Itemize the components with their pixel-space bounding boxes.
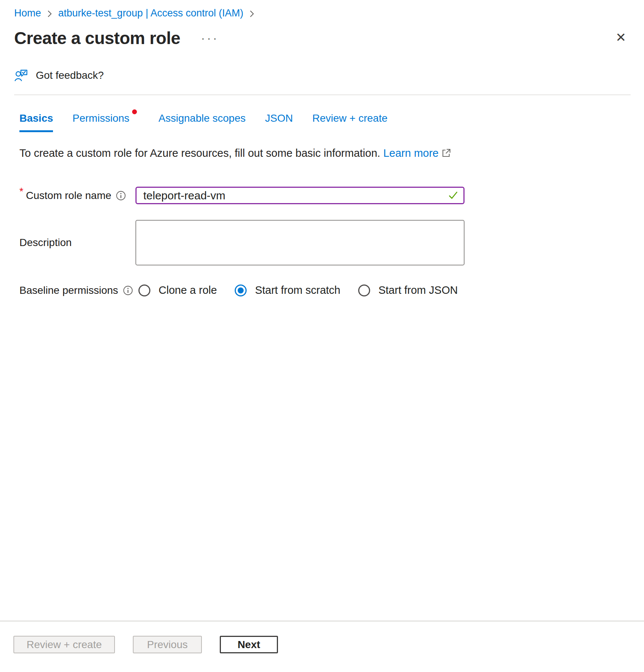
- radio-circle-icon: [358, 284, 370, 296]
- got-feedback-label: Got feedback?: [36, 69, 104, 81]
- breadcrumb-chevron-icon: [249, 9, 254, 18]
- info-icon[interactable]: [116, 190, 126, 201]
- tab-permissions-label: Permissions: [72, 112, 129, 124]
- tab-basics[interactable]: Basics: [19, 112, 53, 132]
- valid-check-icon: [447, 190, 459, 202]
- description-textarea[interactable]: [135, 220, 465, 265]
- description-row: Description: [13, 220, 644, 265]
- page-title: Create a custom role: [14, 28, 180, 48]
- custom-role-name-row: * Custom role name: [13, 187, 644, 204]
- radio-label: Start from JSON: [378, 284, 458, 296]
- previous-button[interactable]: Previous: [133, 636, 202, 653]
- description-label-text: Description: [19, 237, 72, 249]
- tab-assignable-scopes[interactable]: Assignable scopes: [159, 112, 246, 132]
- radio-circle-icon: [138, 284, 150, 296]
- custom-role-name-label: * Custom role name: [13, 190, 135, 202]
- custom-role-name-input[interactable]: [135, 187, 465, 204]
- baseline-permissions-label: Baseline permissions: [13, 284, 135, 296]
- radio-label: Start from scratch: [255, 284, 340, 296]
- breadcrumb: Home atburke-test_group | Access control…: [0, 0, 644, 19]
- create-custom-role-panel: Home atburke-test_group | Access control…: [0, 0, 644, 672]
- radio-circle-icon: [235, 284, 247, 296]
- close-icon[interactable]: ✕: [613, 29, 629, 46]
- baseline-permissions-radio-group: Clone a role Start from scratch Start fr…: [135, 284, 465, 296]
- radio-start-from-json[interactable]: Start from JSON: [358, 284, 458, 296]
- tab-bar: Basics Permissions Assignable scopes JSO…: [19, 112, 631, 132]
- external-link-icon: [441, 148, 451, 161]
- breadcrumb-home-link[interactable]: Home: [14, 7, 41, 19]
- baseline-permissions-label-text: Baseline permissions: [19, 284, 118, 296]
- breadcrumb-chevron-icon: [47, 9, 52, 18]
- alert-dot-icon: [132, 109, 137, 114]
- more-menu-icon[interactable]: ···: [201, 32, 219, 44]
- tab-review-create[interactable]: Review + create: [312, 112, 388, 132]
- feedback-person-icon: [14, 69, 28, 82]
- tab-json[interactable]: JSON: [265, 112, 293, 132]
- custom-role-name-label-text: Custom role name: [26, 190, 112, 202]
- footer-action-bar: Review + create Previous Next: [0, 620, 644, 672]
- radio-clone-a-role[interactable]: Clone a role: [138, 284, 217, 296]
- baseline-permissions-row: Baseline permissions Clone a role Star: [13, 284, 644, 296]
- description-label: Description: [13, 237, 135, 249]
- got-feedback-button[interactable]: Got feedback?: [14, 69, 104, 82]
- tab-permissions[interactable]: Permissions: [72, 112, 129, 132]
- next-button[interactable]: Next: [220, 636, 278, 653]
- radio-label: Clone a role: [159, 284, 217, 296]
- review-create-button[interactable]: Review + create: [13, 636, 115, 653]
- required-marker: *: [19, 186, 24, 197]
- radio-start-from-scratch[interactable]: Start from scratch: [235, 284, 340, 296]
- learn-more-link[interactable]: Learn more: [383, 147, 438, 159]
- intro-sentence: To create a custom role for Azure resour…: [19, 147, 380, 159]
- info-icon[interactable]: [123, 285, 133, 296]
- intro-text: To create a custom role for Azure resour…: [19, 147, 631, 161]
- breadcrumb-parent-link[interactable]: atburke-test_group | Access control (IAM…: [58, 7, 243, 19]
